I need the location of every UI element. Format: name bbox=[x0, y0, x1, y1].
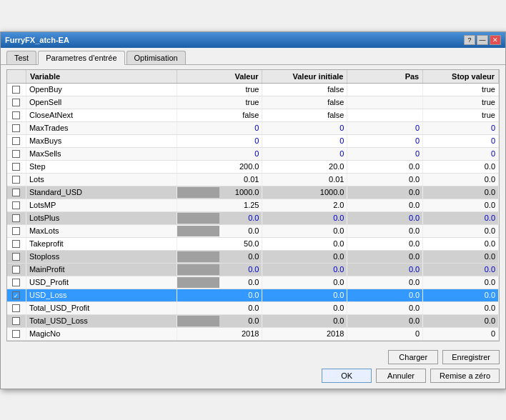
checkbox-icon[interactable] bbox=[12, 99, 20, 106]
ok-button[interactable]: OK bbox=[322, 369, 372, 383]
stop-value-cell[interactable]: 0 bbox=[423, 327, 499, 340]
checkbox-cell[interactable] bbox=[7, 83, 26, 96]
step-cell[interactable]: 0.0 bbox=[347, 301, 423, 314]
stop-value-cell[interactable]: 0.0 bbox=[423, 224, 499, 237]
checkbox-cell[interactable] bbox=[7, 109, 26, 121]
checkbox-icon[interactable] bbox=[12, 189, 20, 196]
checkbox-icon[interactable] bbox=[12, 304, 20, 312]
initial-value-cell[interactable]: 2018 bbox=[262, 327, 347, 340]
checkbox-icon[interactable] bbox=[12, 176, 20, 184]
value-cell[interactable]: 200.0 bbox=[177, 160, 262, 173]
stop-value-cell[interactable]: true bbox=[423, 96, 499, 109]
step-cell[interactable]: 0.0 bbox=[347, 237, 423, 250]
value-cell[interactable]: 0.0 bbox=[177, 276, 262, 289]
help-button[interactable]: ? bbox=[464, 35, 475, 45]
checkbox-cell[interactable] bbox=[7, 237, 26, 250]
checkbox-icon[interactable] bbox=[12, 214, 20, 222]
step-cell[interactable]: 0 bbox=[347, 147, 423, 160]
initial-value-cell[interactable]: 0.0 bbox=[262, 301, 347, 314]
checkbox-cell[interactable] bbox=[7, 301, 26, 314]
initial-value-cell[interactable]: 2.0 bbox=[262, 199, 347, 211]
step-cell[interactable]: 0.0 bbox=[347, 211, 423, 224]
tab-optimisation[interactable]: Optimisation bbox=[126, 51, 186, 64]
enregistrer-button[interactable]: Enregistrer bbox=[442, 350, 500, 364]
minimize-button[interactable]: — bbox=[477, 35, 488, 45]
value-cell[interactable]: 0.0 bbox=[177, 250, 262, 263]
checkbox-cell[interactable] bbox=[7, 186, 26, 199]
initial-value-cell[interactable]: 0.0 bbox=[262, 289, 347, 301]
stop-value-cell[interactable]: true bbox=[423, 109, 499, 121]
stop-value-cell[interactable]: 0.0 bbox=[423, 173, 499, 186]
stop-value-cell[interactable]: 0.0 bbox=[423, 160, 499, 173]
checkbox-cell[interactable] bbox=[7, 147, 26, 160]
checkbox-icon[interactable] bbox=[12, 279, 20, 286]
initial-value-cell[interactable]: 0.01 bbox=[262, 173, 347, 186]
checkbox-icon[interactable] bbox=[12, 317, 20, 325]
stop-value-cell[interactable]: 0.0 bbox=[423, 263, 499, 276]
checkbox-icon[interactable] bbox=[12, 240, 20, 248]
checkbox-icon[interactable] bbox=[12, 227, 20, 235]
initial-value-cell[interactable]: 20.0 bbox=[262, 160, 347, 173]
stop-value-cell[interactable]: 0.0 bbox=[423, 250, 499, 263]
value-cell[interactable]: true bbox=[177, 83, 262, 96]
stop-value-cell[interactable]: 0.0 bbox=[423, 289, 499, 301]
checkbox-icon[interactable] bbox=[12, 253, 20, 261]
initial-value-cell[interactable]: 0.0 bbox=[262, 237, 347, 250]
tab-test[interactable]: Test bbox=[6, 51, 36, 64]
step-cell[interactable]: 0.0 bbox=[347, 314, 423, 327]
close-button[interactable]: ✕ bbox=[490, 35, 501, 45]
checkbox-cell[interactable] bbox=[7, 224, 26, 237]
initial-value-cell[interactable]: 0.0 bbox=[262, 250, 347, 263]
step-cell[interactable] bbox=[347, 109, 423, 121]
checkbox-icon[interactable] bbox=[12, 163, 20, 171]
step-cell[interactable]: 0.0 bbox=[347, 250, 423, 263]
initial-value-cell[interactable]: 0.0 bbox=[262, 276, 347, 289]
checkbox-icon[interactable] bbox=[12, 86, 20, 94]
stop-value-cell[interactable]: true bbox=[423, 83, 499, 96]
initial-value-cell[interactable]: 0.0 bbox=[262, 263, 347, 276]
value-cell[interactable]: 0.0 bbox=[177, 301, 262, 314]
checkbox-cell[interactable]: ✓ bbox=[7, 289, 26, 301]
initial-value-cell[interactable]: 0 bbox=[262, 147, 347, 160]
checkbox-icon[interactable] bbox=[12, 201, 20, 209]
checkbox-icon[interactable] bbox=[12, 150, 20, 158]
initial-value-cell[interactable]: 0 bbox=[262, 134, 347, 147]
step-cell[interactable] bbox=[347, 96, 423, 109]
charger-button[interactable]: Charger bbox=[388, 350, 438, 364]
value-cell[interactable]: 2018 bbox=[177, 327, 262, 340]
initial-value-cell[interactable]: 0.0 bbox=[262, 224, 347, 237]
step-cell[interactable]: 0.0 bbox=[347, 160, 423, 173]
value-cell[interactable]: 0.0 bbox=[177, 224, 262, 237]
stop-value-cell[interactable]: 0.0 bbox=[423, 314, 499, 327]
value-cell[interactable]: 0.0 bbox=[177, 289, 262, 301]
stop-value-cell[interactable]: 0 bbox=[423, 121, 499, 134]
checkbox-cell[interactable] bbox=[7, 160, 26, 173]
initial-value-cell[interactable]: false bbox=[262, 83, 347, 96]
checkbox-icon[interactable]: ✓ bbox=[12, 291, 20, 299]
stop-value-cell[interactable]: 0.0 bbox=[423, 237, 499, 250]
stop-value-cell[interactable]: 0.0 bbox=[423, 186, 499, 199]
step-cell[interactable] bbox=[347, 83, 423, 96]
checkbox-cell[interactable] bbox=[7, 199, 26, 211]
initial-value-cell[interactable]: 1000.0 bbox=[262, 186, 347, 199]
step-cell[interactable]: 0.0 bbox=[347, 199, 423, 211]
initial-value-cell[interactable]: false bbox=[262, 109, 347, 121]
value-cell[interactable]: 0.01 bbox=[177, 173, 262, 186]
stop-value-cell[interactable]: 0.0 bbox=[423, 199, 499, 211]
value-cell[interactable]: 0 bbox=[177, 147, 262, 160]
remise-a-zero-button[interactable]: Remise a zéro bbox=[430, 369, 500, 383]
value-cell[interactable]: 0 bbox=[177, 134, 262, 147]
checkbox-icon[interactable] bbox=[12, 330, 20, 338]
value-cell[interactable]: true bbox=[177, 96, 262, 109]
step-cell[interactable]: 0.0 bbox=[347, 276, 423, 289]
checkbox-cell[interactable] bbox=[7, 250, 26, 263]
checkbox-icon[interactable] bbox=[12, 124, 20, 132]
checkbox-cell[interactable] bbox=[7, 173, 26, 186]
value-cell[interactable]: 0.0 bbox=[177, 211, 262, 224]
step-cell[interactable]: 0 bbox=[347, 134, 423, 147]
checkbox-cell[interactable] bbox=[7, 134, 26, 147]
checkbox-cell[interactable] bbox=[7, 263, 26, 276]
checkbox-icon[interactable] bbox=[12, 137, 20, 145]
value-cell[interactable]: 0.0 bbox=[177, 314, 262, 327]
initial-value-cell[interactable]: 0.0 bbox=[262, 314, 347, 327]
